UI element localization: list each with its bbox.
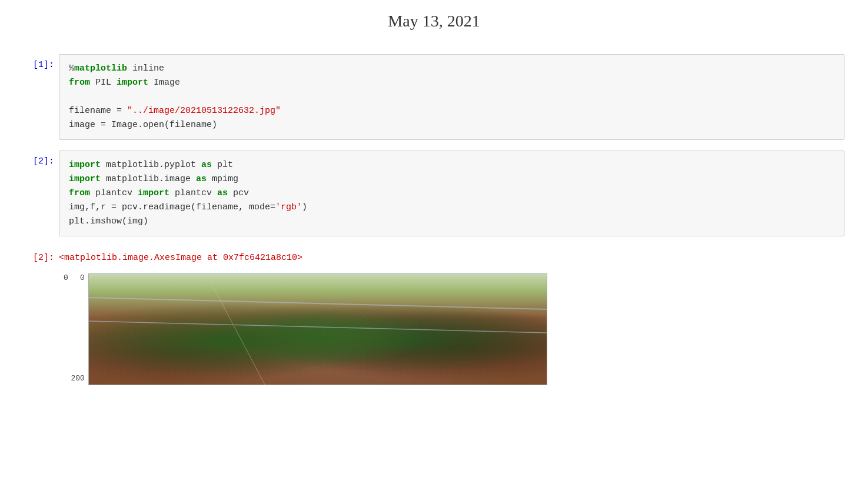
imshow-line: plt.imshow(img) <box>69 216 148 226</box>
cell-2-line-3: from plantcv import plantcv as pcv <box>69 186 834 201</box>
filename-value: "../image/20210513122632.jpg" <box>127 106 281 116</box>
plant-image <box>88 273 547 385</box>
from-keyword: from <box>69 78 90 88</box>
cell-1-line-5: image = Image.open(filename) <box>69 118 834 132</box>
cell-2-label: [2]: <box>24 151 59 166</box>
pil-text: PIL <box>90 78 117 88</box>
matplotlib-keyword: matplotlib <box>74 64 127 74</box>
cell-2-line-4: img,f,r = pcv.readimage(filename, mode='… <box>69 201 834 215</box>
mpl-pyplot-text: matplotlib.pyplot <box>101 160 201 170</box>
inline-text: inline <box>127 64 164 74</box>
as-kw-1: as <box>201 160 212 170</box>
import-kw-3: import <box>138 188 169 198</box>
image-open-line: image = Image.open(filename) <box>69 120 217 130</box>
mpl-image-text: matplotlib.image <box>101 174 196 184</box>
output-text: <matplotlib.image.AxesImage at 0x7fc6421… <box>59 247 844 263</box>
close-paren: ) <box>302 202 307 212</box>
cell-2-code[interactable]: import matplotlib.pyplot as plt import m… <box>59 151 844 236</box>
page-title: May 13, 2021 <box>24 12 844 31</box>
mode-value: 'rgb' <box>275 202 302 212</box>
mpimg-text: mpimg <box>207 174 238 184</box>
cell-1-label: [1]: <box>24 54 59 70</box>
cell-2-line-5: plt.imshow(img) <box>69 215 834 229</box>
filename-assign: filename = <box>69 106 127 116</box>
readimage-line: img,f,r = pcv.readimage(filename, mode= <box>69 202 275 212</box>
from-kw-2: from <box>69 188 90 198</box>
plantcv-text: plantcv <box>90 188 138 198</box>
y-axis-top-label: 0 <box>80 273 85 282</box>
svg-line-1 <box>89 321 547 333</box>
plt-text: plt <box>212 160 233 170</box>
svg-line-2 <box>207 274 265 385</box>
output-row: [2]: <matplotlib.image.AxesImage at 0x7f… <box>24 247 844 263</box>
image-text: Image <box>148 78 180 88</box>
cell-1-line-4: filename = "../image/20210513122632.jpg" <box>69 104 834 118</box>
cell-1-line-3 <box>69 90 834 104</box>
cell-2-line-1: import matplotlib.pyplot as plt <box>69 158 834 172</box>
import-keyword: import <box>117 78 148 88</box>
y-axis-200-label: 200 <box>71 374 84 383</box>
cell-2: [2]: import matplotlib.pyplot as plt imp… <box>24 151 844 236</box>
output-label: [2]: <box>24 247 59 263</box>
cell-1-line-1: %matplotlib inline <box>69 62 834 76</box>
as-kw-3: as <box>217 188 228 198</box>
svg-line-0 <box>89 298 547 309</box>
x-axis-zero-label: 0 <box>64 273 68 282</box>
pcv-text: pcv <box>228 188 249 198</box>
import-kw-1: import <box>69 160 101 170</box>
plot-svg <box>89 274 547 385</box>
plantcv-text-2: plantcv <box>169 188 217 198</box>
as-kw-2: as <box>196 174 207 184</box>
plot-container: 0 0 200 <box>64 273 547 385</box>
cell-1: [1]: %matplotlib inline from PIL import … <box>24 54 844 140</box>
cell-1-code[interactable]: %matplotlib inline from PIL import Image… <box>59 54 844 140</box>
cell-1-line-2: from PIL import Image <box>69 76 834 90</box>
magic-prefix: % <box>69 64 74 74</box>
import-kw-2: import <box>69 174 101 184</box>
plot-area: 0 0 200 <box>64 273 844 385</box>
cell-2-line-2: import matplotlib.image as mpimg <box>69 172 834 186</box>
